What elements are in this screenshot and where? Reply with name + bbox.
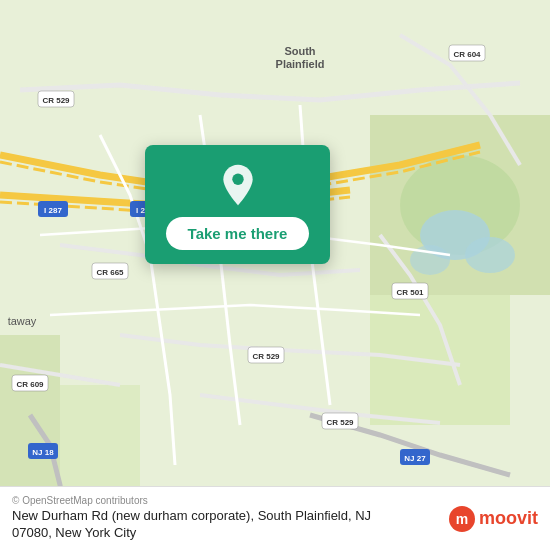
svg-text:CR 609: CR 609 — [16, 380, 44, 389]
moovit-m-icon: m — [449, 506, 475, 532]
svg-text:NJ 18: NJ 18 — [32, 448, 54, 457]
map-attribution: © OpenStreetMap contributors — [12, 495, 382, 506]
svg-text:CR 604: CR 604 — [453, 50, 481, 59]
svg-point-34 — [232, 174, 243, 185]
location-address: New Durham Rd (new durham corporate), So… — [12, 508, 382, 542]
svg-text:CR 529: CR 529 — [252, 352, 280, 361]
map-background: CR 529 CR 604 I 287 I 287 CR 665 CR 501 … — [0, 0, 550, 550]
svg-text:CR 529: CR 529 — [326, 418, 354, 427]
svg-text:CR 501: CR 501 — [396, 288, 424, 297]
location-pin-icon — [216, 163, 260, 207]
svg-text:taway: taway — [8, 315, 37, 327]
svg-rect-2 — [370, 295, 510, 425]
bottom-info: © OpenStreetMap contributors New Durham … — [12, 495, 382, 542]
overlay-card: Take me there — [145, 145, 330, 264]
bottom-bar: © OpenStreetMap contributors New Durham … — [0, 486, 550, 550]
take-me-there-button[interactable]: Take me there — [166, 217, 310, 250]
svg-text:I 287: I 287 — [44, 206, 62, 215]
svg-point-7 — [465, 237, 515, 273]
svg-text:CR 665: CR 665 — [96, 268, 124, 277]
moovit-brand-text: moovit — [479, 508, 538, 529]
svg-text:South: South — [284, 45, 315, 57]
map-container: CR 529 CR 604 I 287 I 287 CR 665 CR 501 … — [0, 0, 550, 550]
moovit-logo: m moovit — [449, 506, 538, 532]
svg-text:Plainfield: Plainfield — [276, 58, 325, 70]
svg-text:NJ 27: NJ 27 — [404, 454, 426, 463]
svg-text:CR 529: CR 529 — [42, 96, 70, 105]
